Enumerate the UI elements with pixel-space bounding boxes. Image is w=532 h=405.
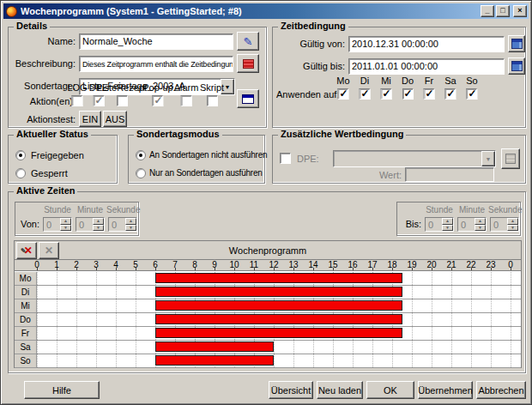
hour-tick-mark [96,268,97,270]
uebernehmen-button[interactable]: Übernehmen [418,381,473,399]
von-stunde-spinner[interactable]: 0▲▼ [43,217,72,232]
schedule-title: Wochenprogramm [15,245,521,256]
spin-down-icon[interactable]: ▼ [93,225,104,232]
beschreibung-label: Beschreibung: [12,58,76,69]
weekday-column-do: Do [402,76,414,100]
action-checkbox-listerezept[interactable] [117,95,128,106]
gueltig-bis-field[interactable]: 2011.01.01 00:00:00 [348,58,505,75]
weekday-checkbox-sa[interactable] [445,88,456,100]
schedule-bar[interactable] [155,314,402,324]
aktionstest-label: Aktionstest: [12,114,76,124]
dialog-window: Wochenprogramm (System1 - GettingStarted… [0,0,532,405]
ok-button[interactable]: OK [366,381,414,399]
action-checkbox-log[interactable] [71,95,82,106]
weekday-column-mi: Mi [381,76,392,100]
action-window-button[interactable] [237,89,259,108]
beschreibung-field[interactable]: Dieses Zeitprogramm enthält die Zeitbedi… [79,56,233,72]
schedule-bar[interactable] [155,328,402,338]
status-group: Aktueller Status Freigegeben Gesperrt [8,135,118,184]
weekday-checkbox-fr[interactable] [424,88,435,100]
edit-beschreibung-button[interactable] [237,54,259,73]
close-button-icon[interactable]: × [513,5,527,17]
spin-down-icon[interactable]: ▼ [507,225,518,232]
schedule-grid[interactable]: MoDiMiDoFrSaSo [15,272,521,367]
list-icon [505,154,516,164]
radio-freigegeben[interactable] [15,150,26,160]
spin-down-icon[interactable]: ▼ [125,225,136,232]
radio-gesperrt[interactable] [15,168,26,178]
schedule-bar[interactable] [155,355,274,366]
details-group-title: Details [14,21,50,31]
weekday-checkbox-so[interactable] [467,88,478,100]
weekday-label: Mi [381,76,391,86]
dpe-combobox[interactable]: ▼ [333,150,496,167]
abbrechen-button[interactable]: Abbrechen [476,381,526,399]
spin-down-icon[interactable]: ▼ [442,225,453,232]
hour-tick-mark [313,268,314,270]
dpe-select-button[interactable] [501,148,520,169]
title-bar[interactable]: Wochenprogramm (System1 - GettingStarted… [3,3,529,19]
edit-name-button[interactable]: ✎ [237,32,259,51]
schedule-row-di: Di [15,286,521,299]
maximize-button-icon[interactable]: □ [496,5,510,17]
schedule-bar[interactable] [155,273,402,283]
neu-laden-button[interactable]: Neu laden [317,381,363,399]
schedule-bar[interactable] [155,342,274,352]
weekday-checkbox-mi[interactable] [381,88,392,100]
hour-tick-mark [274,268,275,270]
schedule-row-sa: Sa [15,341,521,354]
weekday-column-sa: Sa [444,76,456,100]
zeitbedingung-group: Zeitbedingung Gültig von: 2010.12.31 00:… [272,27,526,128]
hour-tick-mark [37,268,38,270]
action-label: ListeRezept [97,82,147,93]
weekday-checkbox-mo[interactable] [338,88,349,100]
bis-stunde-spinner[interactable]: 0▲▼ [425,217,454,232]
spin-up-icon[interactable]: ▲ [93,218,104,225]
bis-panel: StundeMinuteSekunde Bis: 0▲▼ 0▲▼ 0▲▼ [396,202,521,236]
dpe-checkbox[interactable] [280,153,291,164]
von-sekunde-spinner[interactable]: 0▲▼ [108,217,137,232]
day-row-label: Sa [15,341,37,354]
bis-sekunde-spinner[interactable]: 0▲▼ [490,217,519,232]
chevron-down-icon[interactable]: ▼ [481,151,495,166]
weekday-column-fr: Fr [424,76,435,100]
minimize-button-icon[interactable]: _ [481,5,494,17]
day-row-label: So [15,354,37,367]
spin-headers: StundeMinuteSekunde [41,205,139,215]
aktive-zeiten-group: Aktive Zeiten StundeMinuteSekunde Von: 0… [8,191,526,373]
action-checkbox-alarm[interactable] [180,95,191,106]
action-checkbox-skript[interactable] [207,95,218,106]
spin-up-icon[interactable]: ▲ [60,218,71,225]
spin-up-icon[interactable]: ▲ [442,218,453,225]
spin-up-icon[interactable]: ▲ [125,218,136,225]
aktive-zeiten-group-title: Aktive Zeiten [14,185,77,196]
uebersicht-button[interactable]: Übersicht [269,381,313,399]
weekday-checkbox-di[interactable] [360,88,371,100]
action-checkbox-pop-up[interactable] [152,95,163,106]
radio-an-sondertagen-nicht[interactable] [136,150,146,160]
name-field[interactable]: Normale_Woche [79,33,233,50]
hilfe-button[interactable]: Hilfe [24,381,100,399]
radio-an-sondertagen-nicht-label[interactable]: An Sondertagen nicht ausführen [149,150,267,160]
spin-down-icon[interactable]: ▼ [475,225,486,232]
spin-up-icon[interactable]: ▲ [475,218,486,225]
schedule-bar[interactable] [155,287,402,297]
hour-tick-mark [136,268,136,270]
radio-nur-an-sondertagen[interactable] [136,168,146,178]
schedule-bar[interactable] [155,300,402,311]
gueltig-bis-calendar-button[interactable] [508,57,525,75]
wert-field[interactable] [405,167,494,182]
radio-gesperrt-label[interactable]: Gesperrt [31,168,68,178]
gueltig-von-calendar-button[interactable] [508,35,525,52]
aus-button[interactable]: AUS [103,111,127,127]
radio-freigegeben-label[interactable]: Freigegeben [31,150,84,160]
bis-minute-spinner[interactable]: 0▲▼ [457,217,487,232]
spin-up-icon[interactable]: ▲ [507,218,518,225]
spin-down-icon[interactable]: ▼ [60,225,71,232]
ein-button[interactable]: EIN [79,111,101,127]
gueltig-von-label: Gültig von: [276,39,345,49]
von-minute-spinner[interactable]: 0▲▼ [76,217,105,232]
weekday-checkbox-do[interactable] [402,88,414,100]
radio-nur-an-sondertagen-label[interactable]: Nur an Sondertagen ausführen [149,168,263,178]
gueltig-von-field[interactable]: 2010.12.31 00:00:00 [348,36,505,52]
